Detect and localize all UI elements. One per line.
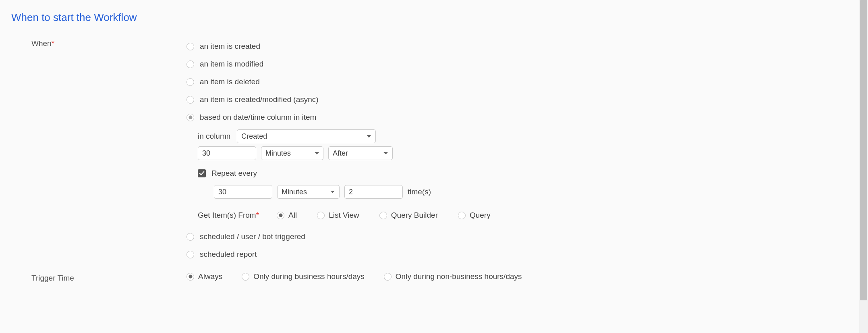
in-column-row: in column Created: [198, 129, 857, 143]
interval-row: Minutes After: [198, 146, 857, 160]
option-label: based on date/time column in item: [200, 113, 316, 122]
radio-icon[interactable]: [186, 43, 194, 50]
when-option-scheduled-user-bot[interactable]: scheduled / user / bot triggered: [186, 228, 857, 246]
required-star: *: [52, 39, 54, 48]
trigger-non-business-hours[interactable]: Only during non-business hours/days: [384, 272, 522, 281]
option-label: Only during non-business hours/days: [396, 272, 522, 281]
when-option-created[interactable]: an item is created: [186, 37, 857, 55]
get-items-label: Get Item(s) From*: [198, 211, 259, 220]
option-label: Only during business hours/days: [253, 272, 365, 281]
get-items-all[interactable]: All: [277, 211, 297, 220]
option-label: scheduled / user / bot triggered: [200, 232, 305, 241]
required-star: *: [256, 211, 259, 219]
repeat-times-input[interactable]: [344, 185, 403, 199]
when-option-date[interactable]: based on date/time column in item: [186, 108, 857, 126]
get-items-query-builder[interactable]: Query Builder: [379, 211, 438, 220]
interval-relation-select[interactable]: After: [328, 146, 393, 160]
radio-icon[interactable]: [458, 212, 466, 219]
option-label: an item is created: [200, 42, 260, 51]
radio-icon[interactable]: [186, 114, 194, 121]
trigger-business-hours[interactable]: Only during business hours/days: [242, 272, 365, 281]
get-items-list-view[interactable]: List View: [317, 211, 359, 220]
repeat-value-input[interactable]: [214, 185, 272, 199]
get-items-query[interactable]: Query: [458, 211, 491, 220]
trigger-always[interactable]: Always: [186, 272, 222, 281]
section-title: When to start the Workflow: [11, 11, 857, 24]
radio-icon[interactable]: [242, 273, 249, 281]
radio-icon[interactable]: [186, 233, 194, 241]
radio-icon[interactable]: [317, 212, 325, 219]
option-label: an item is modified: [200, 60, 263, 69]
when-option-scheduled-report[interactable]: scheduled report: [186, 246, 857, 263]
scrollbar-thumb[interactable]: [860, 0, 867, 300]
radio-icon[interactable]: [384, 273, 392, 281]
scrollbar-track[interactable]: [859, 0, 868, 333]
in-column-select[interactable]: Created: [237, 129, 376, 143]
interval-value-input[interactable]: [198, 146, 256, 160]
trigger-time-label: Trigger Time: [11, 272, 186, 283]
radio-icon[interactable]: [186, 60, 194, 68]
radio-icon[interactable]: [379, 212, 387, 219]
when-option-deleted[interactable]: an item is deleted: [186, 73, 857, 91]
option-label: Always: [198, 272, 222, 281]
when-option-async[interactable]: an item is created/modified (async): [186, 91, 857, 108]
option-label: All: [288, 211, 297, 220]
option-label: scheduled report: [200, 250, 257, 259]
in-column-label: in column: [198, 132, 230, 141]
option-label: List View: [329, 211, 359, 220]
interval-unit-select[interactable]: Minutes: [261, 146, 323, 160]
times-suffix: time(s): [408, 187, 431, 196]
get-items-label-text: Get Item(s) From: [198, 211, 256, 219]
when-label: When*: [11, 37, 186, 48]
option-label: Query Builder: [391, 211, 438, 220]
radio-icon[interactable]: [186, 251, 194, 258]
when-label-text: When: [31, 39, 52, 48]
radio-icon[interactable]: [186, 273, 194, 281]
radio-icon[interactable]: [186, 78, 194, 86]
when-option-modified[interactable]: an item is modified: [186, 55, 857, 73]
option-label: Query: [470, 211, 491, 220]
repeat-label: Repeat every: [211, 169, 257, 178]
radio-icon[interactable]: [186, 96, 194, 104]
check-icon: [199, 171, 205, 176]
repeat-unit-select[interactable]: Minutes: [277, 185, 340, 199]
repeat-checkbox[interactable]: [198, 169, 206, 177]
radio-icon[interactable]: [277, 212, 284, 219]
option-label: an item is created/modified (async): [200, 95, 319, 104]
option-label: an item is deleted: [200, 77, 260, 86]
